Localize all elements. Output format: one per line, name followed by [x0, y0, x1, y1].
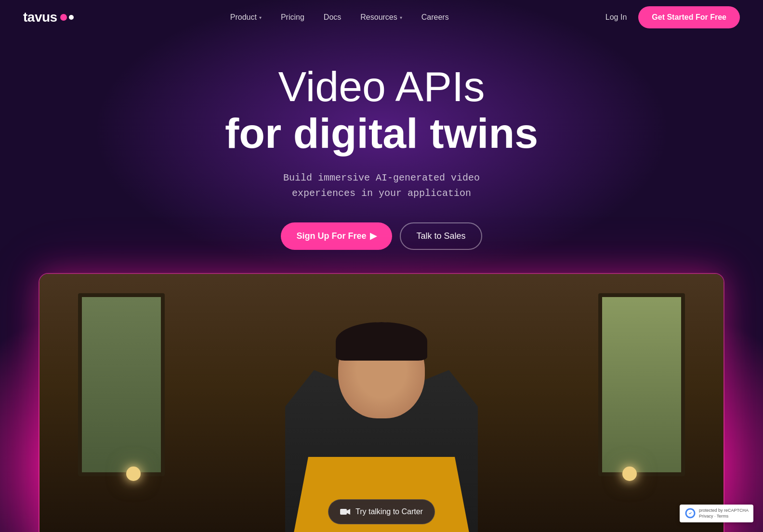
video-section: Try talking to Carter [0, 273, 763, 532]
hero-buttons: Sign Up For Free ▶ Talk to Sales [281, 222, 482, 250]
nav-link-resources[interactable]: Resources ▾ [360, 13, 402, 22]
room-window-left [78, 293, 165, 476]
recaptcha-row: protected by reCAPTCHA Privacy · Terms [684, 507, 749, 519]
signup-label: Sign Up For Free [296, 231, 366, 241]
chevron-down-icon: ▾ [259, 15, 262, 20]
logo-text: tavus [23, 10, 57, 25]
nav-link-pricing[interactable]: Pricing [281, 13, 304, 22]
hero-subtitle-line1: Build immersive AI-generated video [283, 172, 480, 183]
navbar: tavus Product ▾ Pricing Docs Resources [0, 0, 763, 35]
camera-icon [340, 506, 351, 517]
person-hair [336, 322, 427, 361]
logo-icon [60, 14, 74, 21]
arrow-icon: ▶ [370, 231, 377, 241]
nav-links: Product ▾ Pricing Docs Resources ▾ Caree… [230, 13, 449, 22]
talk-to-sales-button[interactable]: Talk to Sales [400, 222, 482, 250]
nav-right: Log In Get Started For Free [605, 6, 740, 28]
recaptcha-logo [684, 507, 696, 519]
recaptcha-badge: protected by reCAPTCHA Privacy · Terms [680, 505, 753, 522]
person-head [338, 322, 425, 418]
room-light-left [126, 467, 141, 481]
login-link[interactable]: Log In [605, 13, 627, 22]
logo-dot-pink [60, 14, 67, 21]
nav-link-docs[interactable]: Docs [324, 13, 341, 22]
nav-link-careers[interactable]: Careers [421, 13, 449, 22]
nav-item-resources[interactable]: Resources ▾ [360, 13, 402, 22]
recaptcha-protected: protected by reCAPTCHA [699, 507, 749, 514]
nav-item-pricing[interactable]: Pricing [281, 13, 304, 22]
hero-title-line1: Video APIs [225, 64, 538, 110]
video-placeholder: Try talking to Carter [39, 274, 724, 532]
nav-link-product[interactable]: Product ▾ [230, 13, 262, 22]
signup-button[interactable]: Sign Up For Free ▶ [281, 222, 392, 250]
hero-title: Video APIs for digital twins [225, 64, 538, 157]
person-container [237, 274, 526, 532]
carter-label: Try talking to Carter [355, 507, 423, 516]
chevron-down-icon-2: ▾ [400, 15, 402, 20]
hero-subtitle: Build immersive AI-generated video exper… [283, 170, 480, 201]
carter-button[interactable]: Try talking to Carter [328, 499, 435, 524]
nav-item-product[interactable]: Product ▾ [230, 13, 262, 22]
carter-btn-overlay: Try talking to Carter [328, 499, 435, 524]
logo[interactable]: tavus [23, 10, 74, 25]
recaptcha-links: Privacy · Terms [699, 513, 749, 519]
hero-title-line2: for digital twins [225, 110, 538, 157]
room-window-right [598, 293, 685, 476]
svg-rect-0 [340, 509, 347, 515]
hero-subtitle-line2: experiences in your application [292, 188, 471, 199]
nav-item-careers[interactable]: Careers [421, 13, 449, 22]
nav-item-docs[interactable]: Docs [324, 13, 341, 22]
video-frame: Try talking to Carter [39, 273, 724, 532]
get-started-button[interactable]: Get Started For Free [638, 6, 740, 28]
logo-dot-white [69, 15, 74, 20]
hero-section: Video APIs for digital twins Build immer… [0, 35, 763, 250]
room-light-right [622, 467, 637, 481]
